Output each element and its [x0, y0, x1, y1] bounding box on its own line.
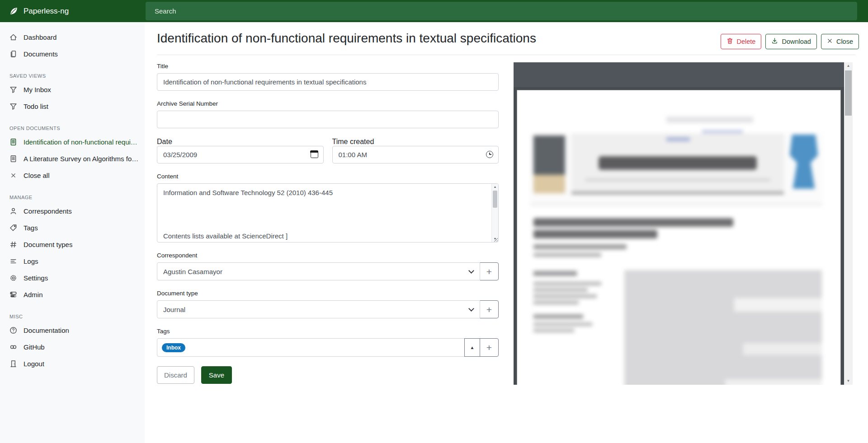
- document-type-label: Document type: [157, 290, 499, 297]
- documents-icon: [9, 50, 17, 58]
- sidebar-close-all[interactable]: Close all: [0, 167, 145, 184]
- content-scrollbar[interactable]: ▲ ▼: [491, 184, 498, 242]
- tags-input[interactable]: Inbox: [157, 338, 465, 357]
- asn-label: Archive Serial Number: [157, 100, 499, 107]
- clock-icon[interactable]: [486, 151, 493, 158]
- tag-icon: [9, 224, 17, 232]
- sidebar-item-todo-list[interactable]: Todo list: [0, 98, 145, 115]
- file-text-icon: [9, 138, 17, 146]
- link-icon: [9, 343, 17, 351]
- time-created-label: Time created: [332, 138, 374, 145]
- save-button[interactable]: Save: [201, 366, 232, 384]
- document-edit-form: Title Archive Serial Number Date Time cr…: [157, 63, 499, 384]
- filter-icon: [9, 86, 17, 93]
- section-header-open-documents: OPEN DOCUMENTS: [0, 126, 145, 133]
- sidebar-open-doc-1[interactable]: Identification of non-functional require…: [0, 134, 145, 150]
- sidebar-item-my-inbox[interactable]: My Inbox: [0, 81, 145, 98]
- title-input[interactable]: [157, 73, 499, 91]
- sidebar-item-documentation[interactable]: Documentation: [0, 322, 145, 339]
- content-label: Content: [157, 173, 499, 180]
- sidebar-item-settings[interactable]: Settings: [0, 270, 145, 286]
- add-tag-button[interactable]: +: [480, 338, 499, 357]
- close-icon: [9, 172, 17, 179]
- home-icon: [9, 33, 17, 41]
- date-label: Date: [157, 138, 172, 145]
- sidebar-item-logs[interactable]: Logs: [0, 253, 145, 270]
- sidebar-item-github[interactable]: GitHub: [0, 339, 145, 355]
- main-content: Identification of non-functional require…: [145, 22, 868, 443]
- sidebar-item-correspondents[interactable]: Correspondents: [0, 203, 145, 219]
- pdf-preview-pane[interactable]: ▲ ▼: [514, 62, 853, 385]
- sidebar: Dashboard Documents SAVED VIEWS My Inbox…: [0, 22, 145, 443]
- toggles-icon: [9, 291, 17, 298]
- app-brand[interactable]: Paperless-ng: [9, 0, 69, 22]
- calendar-icon[interactable]: [311, 151, 318, 158]
- top-navbar: Paperless-ng: [0, 0, 868, 22]
- pdf-scrollbar-thumb[interactable]: [845, 70, 852, 116]
- archive-serial-number-input[interactable]: [157, 111, 499, 128]
- document-actions: Delete Download Close: [721, 34, 859, 49]
- sidebar-item-documents[interactable]: Documents: [0, 46, 145, 62]
- list-icon: [9, 257, 17, 265]
- download-icon: [771, 37, 778, 46]
- content-textarea[interactable]: Information and Software Technology 52 (…: [157, 183, 499, 242]
- sidebar-item-dashboard[interactable]: Dashboard: [0, 29, 145, 46]
- brand-label: Paperless-ng: [24, 7, 69, 16]
- add-correspondent-button[interactable]: +: [480, 262, 499, 280]
- scroll-up-arrow-icon[interactable]: ▲: [844, 62, 853, 70]
- close-button[interactable]: Close: [821, 34, 859, 49]
- time-created-input[interactable]: [332, 146, 499, 163]
- download-button[interactable]: Download: [765, 34, 817, 49]
- section-header-misc: MISC: [0, 314, 145, 321]
- sidebar-open-doc-2[interactable]: A Literature Survey on Algorithms for Mu…: [0, 150, 145, 167]
- sidebar-item-admin[interactable]: Admin: [0, 286, 145, 303]
- gear-icon: [9, 274, 17, 282]
- tags-label: Tags: [157, 328, 499, 335]
- delete-button[interactable]: Delete: [721, 34, 762, 49]
- filter-icon: [9, 103, 17, 110]
- collapse-tags-button[interactable]: ▲: [464, 338, 480, 357]
- sidebar-item-tags[interactable]: Tags: [0, 219, 145, 236]
- correspondent-select[interactable]: Agustin Casamayor: [157, 262, 480, 280]
- pdf-scrollbar[interactable]: ▲ ▼: [844, 62, 853, 385]
- blurred-document-content: [517, 90, 840, 385]
- door-icon: [9, 360, 17, 368]
- document-type-select[interactable]: Journal: [157, 300, 480, 318]
- scroll-up-arrow-icon[interactable]: ▲: [492, 184, 498, 190]
- document-header: Identification of non-functional require…: [157, 22, 856, 55]
- search-input[interactable]: [146, 2, 857, 20]
- pdf-page: [517, 90, 841, 385]
- date-input[interactable]: [157, 146, 324, 163]
- discard-button[interactable]: Discard: [157, 366, 194, 384]
- add-document-type-button[interactable]: +: [480, 300, 499, 318]
- scroll-down-arrow-icon[interactable]: ▼: [844, 378, 853, 385]
- tag-badge-inbox[interactable]: Inbox: [162, 343, 185, 352]
- section-header-saved-views: SAVED VIEWS: [0, 73, 145, 80]
- section-header-manage: MANAGE: [0, 195, 145, 202]
- leaf-logo-icon: [9, 6, 19, 16]
- question-circle-icon: [9, 326, 17, 334]
- pdf-viewer-toolbar: [514, 62, 844, 87]
- title-label: Title: [157, 63, 499, 70]
- file-text-icon: [9, 155, 17, 163]
- sidebar-item-document-types[interactable]: Document types: [0, 236, 145, 253]
- sidebar-item-logout[interactable]: Logout: [0, 355, 145, 372]
- person-icon: [9, 207, 17, 215]
- correspondent-label: Correspondent: [157, 252, 499, 259]
- hash-icon: [9, 241, 17, 248]
- scrollbar-thumb[interactable]: [493, 191, 497, 208]
- page-title: Identification of non-functional require…: [157, 31, 536, 46]
- close-icon: [827, 38, 833, 45]
- trash-icon: [726, 37, 733, 46]
